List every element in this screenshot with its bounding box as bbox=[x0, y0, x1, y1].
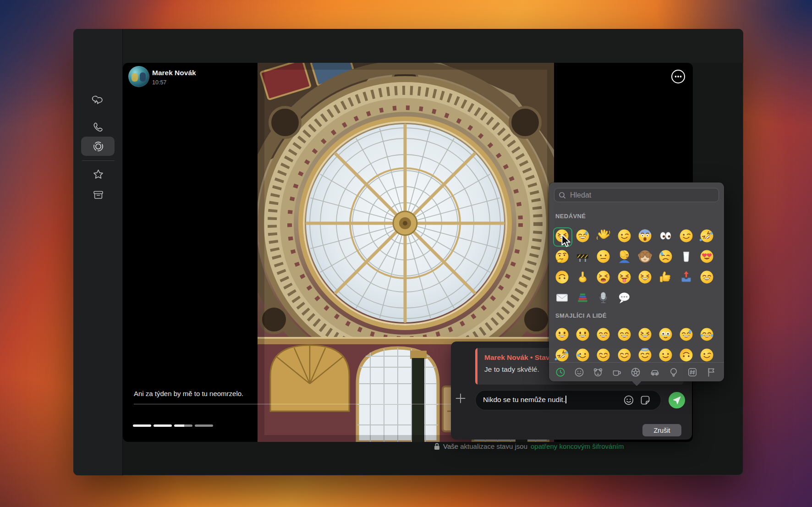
category-smileys-icon[interactable] bbox=[574, 367, 584, 377]
sidebar-item-archived[interactable] bbox=[73, 185, 123, 205]
sticker-button[interactable] bbox=[640, 395, 651, 406]
emoji-picker-button[interactable] bbox=[623, 395, 634, 406]
status-author-avatar[interactable] bbox=[128, 66, 149, 87]
emoji-grid-smileys bbox=[552, 324, 718, 362]
status-icon bbox=[92, 140, 104, 153]
emoji-upside-down[interactable] bbox=[676, 345, 697, 362]
status-menu-button[interactable] bbox=[671, 69, 686, 84]
emoji-rofl[interactable] bbox=[697, 226, 717, 246]
send-button[interactable] bbox=[669, 392, 685, 408]
emoji-see-no-evil-monkey[interactable] bbox=[635, 246, 655, 267]
emoji-grinning-big-eyes[interactable] bbox=[572, 324, 593, 345]
search-icon bbox=[559, 192, 566, 199]
emoji-grinning-sweat[interactable] bbox=[676, 324, 697, 345]
emoji-winking[interactable] bbox=[697, 345, 717, 362]
emoji-envelope[interactable] bbox=[552, 287, 572, 308]
emoji-winking[interactable] bbox=[676, 226, 697, 246]
category-objects-icon[interactable] bbox=[669, 367, 679, 377]
emoji-smiling-face[interactable] bbox=[593, 345, 614, 362]
emoji-holding-back-tears[interactable] bbox=[655, 324, 676, 345]
emoji-index-pointing-up[interactable] bbox=[572, 267, 593, 287]
emoji-speech-balloon[interactable] bbox=[614, 287, 635, 308]
emoji-category-bar bbox=[549, 362, 724, 381]
emoji-grinning-smiling-eyes[interactable] bbox=[593, 324, 614, 345]
emoji-thumbs-up[interactable] bbox=[655, 267, 676, 287]
emoji-halo[interactable] bbox=[635, 345, 655, 362]
text-caret bbox=[565, 396, 566, 403]
section-label-recent: NEDÁVNÉ bbox=[555, 213, 586, 220]
status-caption: Ani za týden by mě to tu neomrzelo. bbox=[134, 390, 243, 397]
emoji-glass-of-milk[interactable] bbox=[676, 246, 697, 267]
archive-icon bbox=[92, 189, 104, 201]
sidebar-item-starred[interactable] bbox=[73, 164, 123, 184]
status-timestamp: 10:57 bbox=[152, 79, 166, 86]
sidebar-item-chats[interactable] bbox=[73, 90, 123, 110]
emoji-upside-down[interactable] bbox=[552, 267, 572, 287]
mouse-cursor bbox=[561, 234, 572, 248]
encryption-note-link[interactable]: opatřeny koncovým šifrováním bbox=[531, 442, 624, 450]
emoji-slightly-smiling[interactable] bbox=[655, 345, 676, 362]
lock-icon bbox=[434, 443, 440, 450]
emoji-thinking[interactable] bbox=[552, 246, 572, 267]
emoji-eyes[interactable] bbox=[655, 226, 676, 246]
quote-author: Marek Novák • Stav bbox=[484, 353, 549, 362]
emoji-heart-eyes[interactable] bbox=[697, 246, 717, 267]
emoji-search-input[interactable] bbox=[569, 191, 714, 200]
emoji-smiling-blush[interactable] bbox=[614, 345, 635, 362]
section-label-smileys: SMAJLÍCI A LIDÉ bbox=[555, 312, 607, 319]
emoji-winking[interactable] bbox=[614, 226, 635, 246]
phone-icon bbox=[92, 121, 104, 133]
category-flags-icon[interactable] bbox=[706, 367, 716, 377]
emoji-outbox-tray[interactable] bbox=[676, 267, 697, 287]
emoji-grinning-smiling-eyes[interactable] bbox=[697, 267, 717, 287]
encryption-note: Vaše aktualizace stavu jsou opatřeny kon… bbox=[434, 442, 624, 450]
emoji-downcast-sweat[interactable] bbox=[655, 246, 676, 267]
emoji-search-field[interactable] bbox=[554, 188, 719, 202]
emoji-man-facepalming[interactable] bbox=[614, 246, 635, 267]
emoji-rofl[interactable] bbox=[552, 345, 572, 362]
emoji-laughing-squinting[interactable] bbox=[635, 267, 655, 287]
progress-segment[interactable] bbox=[154, 424, 172, 427]
category-food-icon[interactable] bbox=[612, 367, 622, 377]
sidebar-item-calls[interactable] bbox=[73, 117, 123, 138]
sidebar-item-status[interactable] bbox=[73, 136, 123, 156]
emoji-tired[interactable] bbox=[593, 267, 614, 287]
star-icon bbox=[92, 168, 104, 181]
quote-accent-bar bbox=[475, 348, 477, 385]
emoji-construction[interactable] bbox=[572, 246, 593, 267]
attach-button[interactable] bbox=[455, 393, 466, 404]
progress-segment[interactable] bbox=[174, 424, 192, 427]
emoji-grid-recent bbox=[552, 226, 718, 308]
emoji-grinning-sweat[interactable] bbox=[572, 226, 593, 246]
reply-input-value: Nikdo se tu nemůže nudit. bbox=[483, 396, 565, 403]
emoji-smiling-tear[interactable] bbox=[572, 345, 593, 362]
sidebar: 3 bbox=[73, 29, 123, 475]
emoji-fearful[interactable] bbox=[635, 226, 655, 246]
category-activity-icon[interactable] bbox=[631, 367, 641, 377]
emoji-panel: NEDÁVNÉ SMAJLÍCI A LIDÉ bbox=[549, 182, 724, 381]
sidebar-divider bbox=[82, 160, 115, 161]
emoji-beaming[interactable] bbox=[614, 324, 635, 345]
emoji-grinning[interactable] bbox=[552, 324, 572, 345]
emoji-studio-microphone[interactable] bbox=[593, 287, 614, 308]
emoji-books[interactable] bbox=[572, 287, 593, 308]
emoji-scroll-area[interactable]: NEDÁVNÉ SMAJLÍCI A LIDÉ bbox=[549, 182, 724, 362]
status-author-name: Marek Novák bbox=[152, 69, 196, 77]
emoji-tears-of-joy[interactable] bbox=[697, 324, 717, 345]
category-animals-icon[interactable] bbox=[593, 367, 603, 377]
chats-icon bbox=[91, 93, 105, 107]
category-symbols-icon[interactable] bbox=[687, 367, 697, 377]
category-travel-icon[interactable] bbox=[650, 367, 660, 377]
emoji-neutral[interactable] bbox=[593, 246, 614, 267]
emoji-laughing-squinting[interactable] bbox=[635, 324, 655, 345]
category-recent-icon[interactable] bbox=[555, 367, 565, 377]
quote-text: Je to tady skvělé. bbox=[484, 365, 539, 374]
cancel-button[interactable]: Zrušit bbox=[642, 424, 681, 436]
emoji-waving-hand[interactable] bbox=[593, 226, 614, 246]
content-header bbox=[123, 29, 743, 63]
emoji-squinting-tongue[interactable] bbox=[614, 267, 635, 287]
progress-segment[interactable] bbox=[195, 424, 213, 427]
reply-input[interactable]: Nikdo se tu nemůže nudit. bbox=[476, 391, 661, 410]
progress-segment[interactable] bbox=[133, 424, 151, 427]
desktop: 3 bbox=[0, 0, 812, 507]
